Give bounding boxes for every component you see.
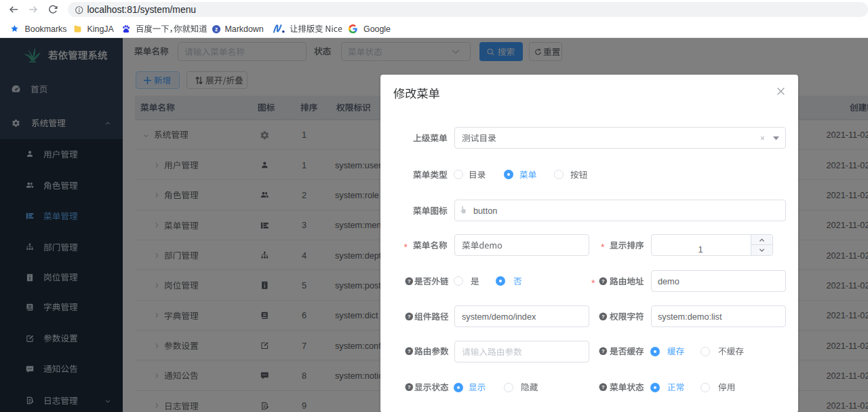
svg-text:?: ? bbox=[601, 314, 605, 320]
svg-text:?: ? bbox=[408, 314, 411, 320]
svg-text:?: ? bbox=[408, 384, 411, 390]
svg-text:?: ? bbox=[601, 384, 605, 390]
svg-text:z: z bbox=[215, 26, 218, 32]
svg-text:?: ? bbox=[408, 348, 411, 354]
svg-text:?: ? bbox=[601, 278, 605, 284]
svg-text:?: ? bbox=[601, 348, 605, 354]
svg-text:?: ? bbox=[408, 278, 411, 284]
